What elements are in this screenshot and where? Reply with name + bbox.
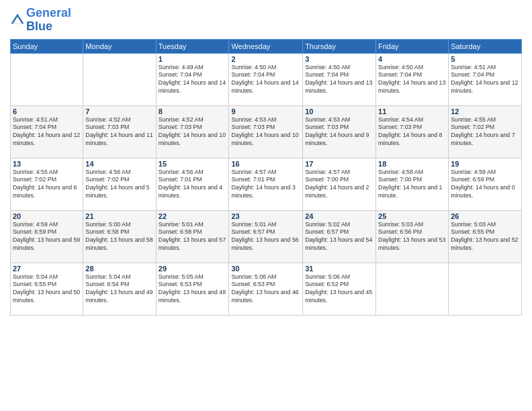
day-info: Sunrise: 5:06 AM Sunset: 6:52 PM Dayligh… xyxy=(305,273,373,306)
calendar-cell: 6Sunrise: 4:51 AM Sunset: 7:04 PM Daylig… xyxy=(11,105,83,158)
calendar-cell: 7Sunrise: 4:52 AM Sunset: 7:03 PM Daylig… xyxy=(83,105,156,158)
calendar-cell: 12Sunrise: 4:55 AM Sunset: 7:02 PM Dayli… xyxy=(449,105,522,158)
calendar-week-row: 6Sunrise: 4:51 AM Sunset: 7:04 PM Daylig… xyxy=(11,105,522,158)
weekday-tuesday: Tuesday xyxy=(156,39,229,53)
day-info: Sunrise: 4:55 AM Sunset: 7:02 PM Dayligh… xyxy=(13,169,81,201)
day-info: Sunrise: 4:56 AM Sunset: 7:01 PM Dayligh… xyxy=(159,169,227,201)
page: General Blue SundayMondayTuesdayWednesda… xyxy=(0,0,532,411)
day-info: Sunrise: 4:56 AM Sunset: 7:02 PM Dayligh… xyxy=(85,169,153,201)
day-number: 26 xyxy=(451,212,519,220)
calendar-cell: 21Sunrise: 5:00 AM Sunset: 6:58 PM Dayli… xyxy=(83,210,156,263)
day-number: 10 xyxy=(305,107,373,116)
header: General Blue xyxy=(10,7,522,34)
weekday-saturday: Saturday xyxy=(449,39,522,53)
calendar-cell: 3Sunrise: 4:50 AM Sunset: 7:04 PM Daylig… xyxy=(303,53,376,105)
day-number: 14 xyxy=(85,160,153,168)
day-number: 25 xyxy=(378,212,446,220)
calendar-cell: 17Sunrise: 4:57 AM Sunset: 7:00 PM Dayli… xyxy=(303,158,376,210)
weekday-header-row: SundayMondayTuesdayWednesdayThursdayFrid… xyxy=(11,39,522,53)
day-info: Sunrise: 5:04 AM Sunset: 6:55 PM Dayligh… xyxy=(13,273,81,306)
day-info: Sunrise: 4:57 AM Sunset: 7:01 PM Dayligh… xyxy=(231,169,300,201)
weekday-monday: Monday xyxy=(83,39,156,53)
calendar-cell: 27Sunrise: 5:04 AM Sunset: 6:55 PM Dayli… xyxy=(11,263,83,315)
calendar-cell: 8Sunrise: 4:52 AM Sunset: 7:03 PM Daylig… xyxy=(156,105,229,158)
day-info: Sunrise: 4:49 AM Sunset: 7:04 PM Dayligh… xyxy=(159,64,227,96)
day-number: 23 xyxy=(231,212,300,220)
calendar-cell: 22Sunrise: 5:01 AM Sunset: 6:58 PM Dayli… xyxy=(156,210,229,263)
day-info: Sunrise: 4:55 AM Sunset: 7:02 PM Dayligh… xyxy=(451,116,519,148)
day-number: 13 xyxy=(13,160,81,168)
day-number: 2 xyxy=(231,55,300,63)
weekday-friday: Friday xyxy=(376,39,449,53)
day-number: 21 xyxy=(85,212,153,220)
day-info: Sunrise: 4:53 AM Sunset: 7:03 PM Dayligh… xyxy=(305,116,373,148)
day-info: Sunrise: 4:51 AM Sunset: 7:04 PM Dayligh… xyxy=(13,116,81,148)
day-number: 28 xyxy=(85,265,153,273)
day-number: 31 xyxy=(305,265,373,273)
day-info: Sunrise: 5:02 AM Sunset: 6:57 PM Dayligh… xyxy=(305,221,373,253)
calendar-cell: 18Sunrise: 4:58 AM Sunset: 7:00 PM Dayli… xyxy=(376,158,449,210)
day-number: 7 xyxy=(85,107,153,116)
day-info: Sunrise: 4:57 AM Sunset: 7:00 PM Dayligh… xyxy=(305,169,373,201)
day-number: 20 xyxy=(13,212,81,220)
calendar-cell: 16Sunrise: 4:57 AM Sunset: 7:01 PM Dayli… xyxy=(229,158,303,210)
day-info: Sunrise: 5:04 AM Sunset: 6:54 PM Dayligh… xyxy=(85,273,153,306)
calendar-cell: 2Sunrise: 4:50 AM Sunset: 7:04 PM Daylig… xyxy=(229,53,303,105)
day-info: Sunrise: 5:03 AM Sunset: 6:55 PM Dayligh… xyxy=(451,221,519,253)
day-number: 16 xyxy=(231,160,300,168)
day-info: Sunrise: 4:59 AM Sunset: 6:59 PM Dayligh… xyxy=(451,169,519,201)
calendar-cell: 20Sunrise: 4:59 AM Sunset: 6:59 PM Dayli… xyxy=(11,210,83,263)
calendar-cell: 5Sunrise: 4:51 AM Sunset: 7:04 PM Daylig… xyxy=(449,53,522,105)
day-number: 11 xyxy=(378,107,446,116)
day-info: Sunrise: 4:50 AM Sunset: 7:04 PM Dayligh… xyxy=(231,64,300,96)
calendar: SundayMondayTuesdayWednesdayThursdayFrid… xyxy=(10,39,522,316)
day-number: 1 xyxy=(159,55,227,63)
day-info: Sunrise: 5:01 AM Sunset: 6:57 PM Dayligh… xyxy=(231,221,300,253)
calendar-cell: 24Sunrise: 5:02 AM Sunset: 6:57 PM Dayli… xyxy=(303,210,376,263)
weekday-sunday: Sunday xyxy=(11,39,83,53)
day-number: 5 xyxy=(451,55,519,63)
day-number: 9 xyxy=(231,107,300,116)
calendar-week-row: 13Sunrise: 4:55 AM Sunset: 7:02 PM Dayli… xyxy=(11,158,522,210)
calendar-cell: 23Sunrise: 5:01 AM Sunset: 6:57 PM Dayli… xyxy=(229,210,303,263)
calendar-cell: 26Sunrise: 5:03 AM Sunset: 6:55 PM Dayli… xyxy=(449,210,522,263)
logo-text: General Blue xyxy=(26,7,71,34)
day-info: Sunrise: 5:05 AM Sunset: 6:53 PM Dayligh… xyxy=(159,273,227,306)
day-number: 30 xyxy=(231,265,300,273)
calendar-cell xyxy=(376,263,449,315)
day-info: Sunrise: 5:00 AM Sunset: 6:58 PM Dayligh… xyxy=(85,221,153,253)
calendar-cell: 25Sunrise: 5:03 AM Sunset: 6:56 PM Dayli… xyxy=(376,210,449,263)
day-info: Sunrise: 4:50 AM Sunset: 7:04 PM Dayligh… xyxy=(305,64,373,96)
day-info: Sunrise: 5:01 AM Sunset: 6:58 PM Dayligh… xyxy=(159,221,227,253)
weekday-thursday: Thursday xyxy=(303,39,376,53)
calendar-cell: 29Sunrise: 5:05 AM Sunset: 6:53 PM Dayli… xyxy=(156,263,229,315)
calendar-cell: 15Sunrise: 4:56 AM Sunset: 7:01 PM Dayli… xyxy=(156,158,229,210)
day-info: Sunrise: 4:54 AM Sunset: 7:03 PM Dayligh… xyxy=(378,116,446,148)
day-number: 24 xyxy=(305,212,373,220)
calendar-cell xyxy=(449,263,522,315)
day-number: 3 xyxy=(305,55,373,63)
day-number: 19 xyxy=(451,160,519,168)
day-number: 4 xyxy=(378,55,446,63)
day-number: 18 xyxy=(378,160,446,168)
calendar-week-row: 20Sunrise: 4:59 AM Sunset: 6:59 PM Dayli… xyxy=(11,210,522,263)
day-number: 22 xyxy=(159,212,227,220)
day-number: 12 xyxy=(451,107,519,116)
day-number: 6 xyxy=(13,107,81,116)
day-number: 17 xyxy=(305,160,373,168)
weekday-wednesday: Wednesday xyxy=(229,39,303,53)
calendar-cell: 10Sunrise: 4:53 AM Sunset: 7:03 PM Dayli… xyxy=(303,105,376,158)
calendar-cell xyxy=(11,53,83,105)
day-info: Sunrise: 4:58 AM Sunset: 7:00 PM Dayligh… xyxy=(378,169,446,201)
calendar-week-row: 27Sunrise: 5:04 AM Sunset: 6:55 PM Dayli… xyxy=(11,263,522,315)
day-info: Sunrise: 4:50 AM Sunset: 7:04 PM Dayligh… xyxy=(378,64,446,96)
calendar-cell: 4Sunrise: 4:50 AM Sunset: 7:04 PM Daylig… xyxy=(376,53,449,105)
day-number: 27 xyxy=(13,265,81,273)
calendar-cell: 14Sunrise: 4:56 AM Sunset: 7:02 PM Dayli… xyxy=(83,158,156,210)
calendar-cell: 31Sunrise: 5:06 AM Sunset: 6:52 PM Dayli… xyxy=(303,263,376,315)
day-number: 15 xyxy=(159,160,227,168)
day-info: Sunrise: 4:52 AM Sunset: 7:03 PM Dayligh… xyxy=(159,116,227,148)
day-info: Sunrise: 5:03 AM Sunset: 6:56 PM Dayligh… xyxy=(378,221,446,253)
logo-icon xyxy=(10,13,25,28)
calendar-cell xyxy=(83,53,156,105)
